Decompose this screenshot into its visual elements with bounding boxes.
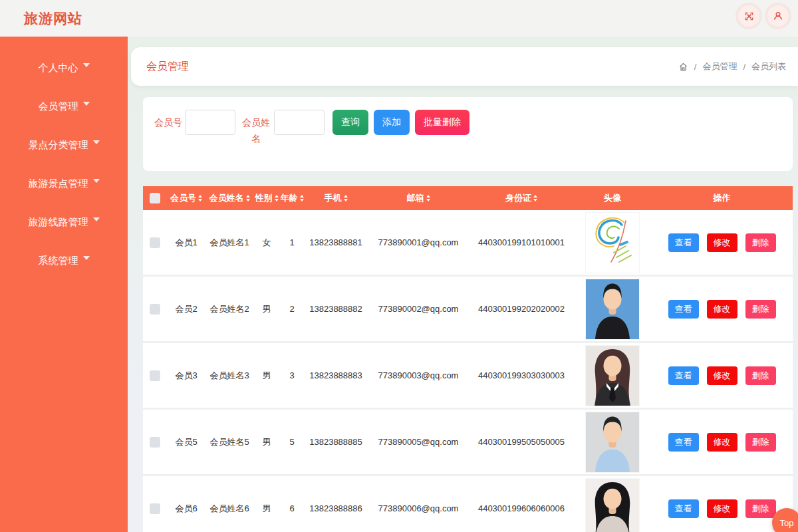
cell-phone: 13823888882 [304,304,368,314]
chevron-down-icon [93,217,100,221]
cell-id-card: 440300199606060006 [469,503,574,513]
row-checkbox[interactable] [150,304,160,315]
sidebar-item[interactable]: 景点分类管理 [0,126,128,164]
view-button[interactable]: 查看 [668,366,699,385]
chevron-down-icon [83,102,90,106]
column-label: 身份证 [505,192,531,204]
sidebar-item-label: 景点分类管理 [29,139,88,152]
row-checkbox[interactable] [150,503,160,514]
view-button[interactable]: 查看 [668,233,699,252]
content-area: 会员管理 / 会员管理 / 会员列表 会员号 会员姓名 查询 添加 批量删除 [128,37,798,532]
member-name-input[interactable] [274,110,325,135]
header-checkbox-cell [143,193,167,203]
edit-button[interactable]: 修改 [707,233,737,252]
cell-member-no: 会员5 [167,436,205,448]
sidebar-item-label: 旅游景点管理 [29,178,88,190]
row-checkbox[interactable] [150,437,160,448]
sidebar-item-label: 个人中心 [39,62,78,74]
row-actions: 查看 修改 删除 [651,499,793,518]
chevron-down-icon [83,63,90,67]
view-button[interactable]: 查看 [668,499,699,518]
cell-email: 773890001@qq.com [368,237,469,247]
column-header[interactable]: 性别 [253,192,280,204]
avatar-image [574,412,651,472]
breadcrumb-member-management[interactable]: 会员管理 [702,61,737,72]
view-button[interactable]: 查看 [668,300,699,319]
sidebar-item-label: 系统管理 [39,255,78,267]
row-checkbox-cell [143,304,167,315]
sidebar-item-label: 旅游线路管理 [29,216,88,229]
cell-gender: 男 [253,370,280,382]
delete-button[interactable]: 删除 [745,433,776,452]
column-label: 邮箱 [407,192,424,204]
column-label: 会员姓名 [209,192,244,204]
cell-email: 773890003@qq.com [368,370,469,380]
cell-phone: 13823888881 [304,237,368,247]
sort-icon [426,195,430,201]
table-body: 会员1 会员姓名1 女 1 13823888881 773890001@qq.c… [143,210,793,532]
sidebar-item[interactable]: 旅游景点管理 [0,164,128,203]
sort-icon [198,195,202,201]
home-icon[interactable] [678,62,688,72]
member-no-input[interactable] [185,110,235,135]
back-to-top-button[interactable]: Top [772,508,798,532]
member-table: 会员号会员姓名性别年龄手机邮箱身份证头像操作 会员1 会员姓名1 女 1 138… [143,186,793,532]
top-bar: 旅游网站 [0,0,798,37]
column-header[interactable]: 身份证 [469,192,574,204]
delete-button[interactable]: 删除 [745,366,776,385]
delete-button[interactable]: 删除 [745,300,776,319]
search-toolbar: 会员号 会员姓名 查询 添加 批量删除 [143,97,793,171]
table-row: 会员5 会员姓名5 男 5 13823888885 773890005@qq.c… [143,410,793,476]
column-header[interactable]: 手机 [304,192,368,204]
sort-icon [344,195,348,201]
cell-phone: 13823888883 [304,370,368,380]
cell-member-name: 会员姓名5 [205,436,253,448]
add-button[interactable]: 添加 [374,110,410,135]
row-checkbox[interactable] [150,237,160,248]
sidebar-item[interactable]: 个人中心 [0,49,128,87]
edit-button[interactable]: 修改 [707,300,737,319]
fullscreen-button[interactable] [738,5,759,27]
column-header[interactable]: 年龄 [280,192,304,204]
table-row: 会员6 会员姓名6 男 6 13823888886 773890006@qq.c… [143,476,793,532]
edit-button[interactable]: 修改 [707,366,737,385]
sidebar-item[interactable]: 会员管理 [0,87,128,126]
page-header: 会员管理 / 会员管理 / 会员列表 [131,47,798,86]
sidebar-item[interactable]: 系统管理 [0,241,128,280]
column-header[interactable]: 会员姓名 [205,192,253,204]
cell-member-no: 会员1 [167,237,205,249]
column-label: 性别 [255,192,273,204]
column-header[interactable]: 邮箱 [368,192,469,204]
sort-icon [246,195,250,201]
delete-button[interactable]: 删除 [745,499,776,518]
avatar-image [574,346,651,406]
cell-gender: 女 [253,237,280,249]
sidebar: 个人中心会员管理景点分类管理旅游景点管理旅游线路管理系统管理 [0,37,128,532]
cell-gender: 男 [253,303,280,315]
edit-button[interactable]: 修改 [707,433,737,452]
batch-delete-button[interactable]: 批量删除 [415,110,469,135]
user-menu-button[interactable] [767,5,789,27]
row-actions: 查看 修改 删除 [651,366,793,385]
breadcrumb-member-list[interactable]: 会员列表 [751,61,786,72]
column-header[interactable]: 会员号 [167,192,205,204]
top-icon-group [738,5,789,27]
sidebar-item[interactable]: 旅游线路管理 [0,203,128,241]
fullscreen-icon [744,11,754,21]
sidebar-item-label: 会员管理 [39,100,78,113]
view-button[interactable]: 查看 [668,433,699,452]
breadcrumb-separator: / [694,62,697,72]
cell-id-card: 440300199202020002 [469,304,574,314]
column-header: 头像 [574,192,651,204]
search-button[interactable]: 查询 [332,110,368,135]
row-checkbox-cell [143,503,167,514]
row-checkbox[interactable] [150,370,160,381]
edit-button[interactable]: 修改 [707,499,737,518]
select-all-checkbox[interactable] [150,193,160,203]
avatar-image [574,213,651,273]
chevron-down-icon [83,256,90,260]
delete-button[interactable]: 删除 [745,233,776,252]
cell-age: 2 [280,304,304,314]
avatar-image [574,279,651,339]
cell-gender: 男 [253,436,280,448]
